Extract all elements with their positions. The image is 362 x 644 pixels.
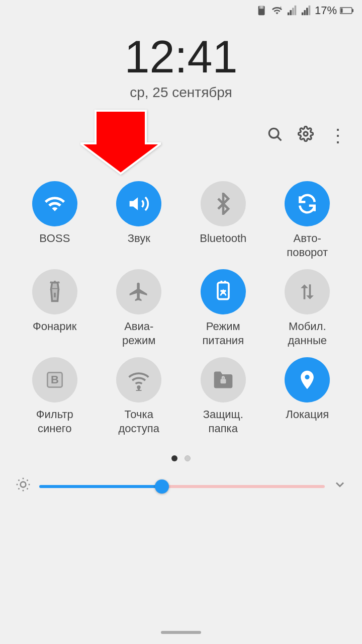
bluetooth-tile-label: Bluetooth (200, 231, 246, 246)
tile-autorotate[interactable]: Авто-поворот (268, 181, 347, 259)
tile-flashlight[interactable]: Фонарик (15, 269, 95, 347)
tile-bluefilter[interactable]: B Фильтрсинего (15, 357, 95, 435)
brightness-thumb[interactable] (155, 479, 169, 494)
svg-rect-34 (220, 379, 226, 383)
svg-line-19 (278, 137, 281, 140)
brightness-icon (15, 476, 31, 496)
brightness-row (0, 471, 362, 501)
svg-line-43 (27, 480, 28, 481)
svg-line-40 (19, 480, 20, 481)
svg-rect-6 (290, 10, 292, 15)
battery-icon (340, 6, 354, 16)
clock-area: 12:41 ср, 25 сентября (0, 19, 362, 106)
svg-marker-21 (130, 197, 138, 210)
autorotate-tile-label: Авто-поворот (287, 231, 328, 259)
svg-point-18 (269, 128, 279, 138)
wifi-tile-label: BOSS (39, 231, 70, 246)
tile-mobiledata[interactable]: Мобил.данные (268, 269, 347, 347)
status-bar: + 17% (0, 0, 362, 19)
svg-rect-10 (304, 10, 306, 15)
sound-tile-label: Звук (128, 231, 150, 246)
tile-hotspot[interactable]: Точкадоступа (100, 357, 179, 435)
brightness-expand-icon[interactable] (333, 477, 347, 495)
tile-sound[interactable]: Звук (100, 181, 179, 259)
svg-rect-7 (292, 8, 294, 16)
svg-point-31 (138, 386, 140, 388)
settings-icon[interactable] (298, 126, 314, 146)
page-dot-2 (185, 455, 191, 461)
location-tile-icon (285, 357, 330, 403)
powersave-tile-label: Режимпитания (202, 319, 244, 347)
sd-icon (256, 5, 267, 16)
svg-rect-1 (259, 6, 260, 9)
airplane-tile-label: Авиа-режим (122, 319, 155, 347)
tile-location[interactable]: Локация (268, 357, 347, 435)
svg-text:+: + (280, 6, 282, 9)
flashlight-tile-icon (32, 269, 77, 314)
autorotate-tile-icon (285, 181, 330, 226)
home-indicator (161, 631, 201, 634)
svg-rect-12 (309, 6, 311, 15)
securefolder-tile-icon (201, 357, 246, 403)
bluefilter-tile-icon: B (32, 357, 77, 403)
quick-tiles-grid: BOSS Звук Bluetooth (0, 176, 362, 445)
tile-wifi[interactable]: BOSS (15, 181, 95, 259)
svg-rect-3 (262, 6, 263, 9)
bluefilter-tile-label: Фильтрсинего (36, 408, 73, 435)
svg-text:B: B (51, 373, 59, 386)
svg-rect-2 (261, 6, 262, 9)
page-dot-1 (171, 455, 177, 461)
signal2-icon (301, 5, 312, 16)
svg-rect-5 (288, 13, 290, 15)
page-indicators (0, 455, 362, 461)
svg-line-24 (50, 282, 51, 283)
date-display: ср, 25 сентября (0, 85, 362, 101)
svg-rect-14 (352, 9, 353, 12)
location-tile-label: Локация (286, 408, 329, 422)
wifi-status-icon: + (270, 5, 284, 16)
svg-point-20 (304, 132, 308, 136)
svg-line-42 (19, 489, 20, 490)
svg-line-41 (27, 489, 28, 490)
flashlight-tile-label: Фонарик (33, 319, 77, 334)
clock-display: 12:41 (0, 34, 362, 79)
tile-airplane[interactable]: Авиа-режим (100, 269, 179, 347)
signal1-icon (287, 5, 298, 16)
hotspot-tile-label: Точкадоступа (118, 408, 159, 435)
svg-rect-9 (302, 13, 304, 15)
mobiledata-tile-label: Мобил.данные (288, 319, 327, 347)
hotspot-tile-icon (116, 357, 161, 403)
bluetooth-tile-icon (201, 181, 246, 226)
status-icons: + 17% (256, 4, 354, 17)
brightness-slider[interactable] (39, 485, 325, 488)
wifi-tile-icon (32, 181, 77, 226)
toolbar: ⋮ (0, 126, 362, 146)
securefolder-tile-label: Защищ.папка (203, 408, 243, 435)
mobiledata-tile-icon (285, 269, 330, 314)
svg-point-35 (21, 482, 26, 488)
svg-rect-15 (341, 9, 343, 13)
tile-securefolder[interactable]: Защищ.папка (184, 357, 263, 435)
more-icon[interactable]: ⋮ (329, 127, 347, 145)
svg-line-25 (58, 282, 59, 283)
tile-bluetooth[interactable]: Bluetooth (184, 181, 263, 259)
tile-powersave[interactable]: Режимпитания (184, 269, 263, 347)
powersave-tile-icon (201, 269, 246, 314)
svg-rect-8 (295, 6, 297, 15)
airplane-tile-icon (116, 269, 161, 314)
battery-percent: 17% (315, 4, 337, 17)
svg-rect-11 (306, 8, 308, 16)
sound-tile-icon (116, 181, 161, 226)
search-icon[interactable] (266, 126, 283, 146)
